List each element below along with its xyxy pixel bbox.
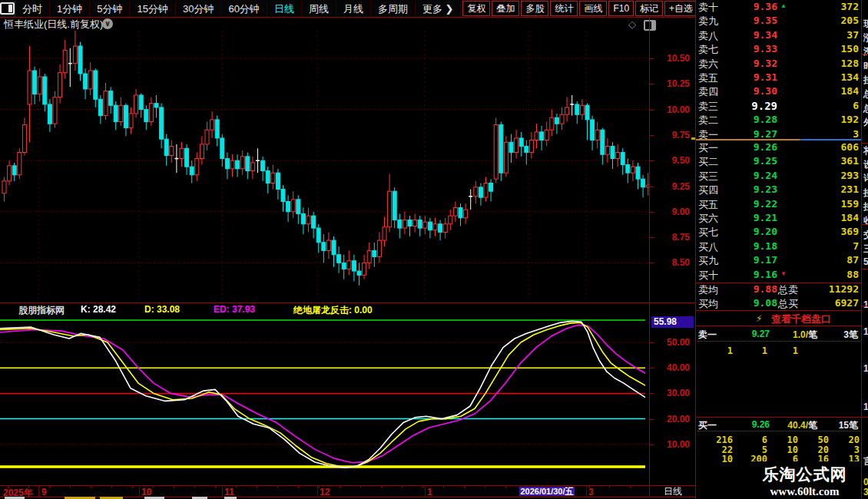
level-label: 买七 <box>698 226 718 240</box>
buy-level-row[interactable]: 买二9.25361 <box>696 155 863 169</box>
indicator-ed-value: ED: 37.93 <box>214 304 255 315</box>
level-volume: 134 <box>805 71 859 83</box>
candlestick-chart[interactable] <box>0 31 649 302</box>
buy-level-row[interactable]: 买三9.24293 <box>696 170 863 183</box>
sell-level-row[interactable]: 卖六9.32128 <box>696 58 863 71</box>
axis-tick <box>28 486 29 488</box>
axis-tick <box>70 486 71 488</box>
axis-tick <box>650 187 654 187</box>
sell-level-row[interactable]: 卖十9.36▲372 <box>696 1 863 15</box>
toolbar-button-标记[interactable]: 标记 <box>635 1 663 16</box>
buy-one-detail-row: 买一9.2640.4/笔15笔 <box>696 419 863 431</box>
buy-level-row[interactable]: 买六9.21184 <box>696 212 863 226</box>
period-tab-日线[interactable]: 日线 <box>267 1 302 17</box>
watermark-url: www.60lt.com <box>750 485 860 498</box>
level-label: 卖五 <box>698 71 718 85</box>
period-tab-15分钟[interactable]: 15分钟 <box>130 1 175 17</box>
buy-level-row[interactable]: 买四9.23231 <box>696 183 863 197</box>
axis-tick <box>650 110 654 111</box>
period-tab-1分钟[interactable]: 1分钟 <box>50 1 90 17</box>
buy-level-row[interactable]: 买八9.187 <box>696 240 863 254</box>
level-label: 卖六 <box>698 58 718 71</box>
axis-tick <box>402 486 403 488</box>
toolbar-button-统计[interactable]: 统计 <box>550 1 578 16</box>
price-axis-label: 8.75 <box>651 232 690 243</box>
queue-value: 1 <box>738 345 767 356</box>
indicator-axis-label: 20.00 <box>651 414 690 425</box>
axis-tick <box>650 368 654 368</box>
axis-month-label: 1 <box>427 487 432 497</box>
toolbar-button-+自选[interactable]: +自选 <box>664 1 697 16</box>
axis-tick <box>526 486 527 488</box>
buy-level-row[interactable]: 买一9.26606 <box>696 141 863 155</box>
bid-ask-divider-right <box>800 139 863 140</box>
axis-tick <box>650 237 654 238</box>
chevron-down-icon[interactable]: ∨ <box>102 18 113 29</box>
detail-per-order: 1.0/笔 <box>773 329 817 342</box>
level-price: 9.27 <box>727 128 777 140</box>
layout-toggle-button[interactable] <box>0 1 15 17</box>
level-price: 9.35 <box>727 15 777 26</box>
sell-level-row[interactable]: 卖二9.28192 <box>696 114 863 127</box>
clipped-char: 设 <box>863 158 868 171</box>
sell-level-row[interactable]: 卖五9.31134 <box>696 71 863 85</box>
clipped-char: 挂 <box>863 187 868 200</box>
indicator-chart[interactable] <box>0 315 649 485</box>
toolbar-button-F10[interactable]: F10 <box>608 1 634 16</box>
period-tab-30分钟[interactable]: 30分钟 <box>176 1 221 17</box>
level-label: 卖四 <box>698 85 718 99</box>
level-volume: 192 <box>805 114 859 125</box>
period-corner-label[interactable]: 日线 <box>649 486 696 497</box>
queue-value: 1 <box>769 345 798 356</box>
level-price: 9.20 <box>727 226 777 237</box>
buy-level-row[interactable]: 买五9.22159 <box>696 198 863 212</box>
bid-ask-divider-left <box>696 139 800 140</box>
period-tab-更多 ❯[interactable]: 更多 ❯ <box>416 1 462 17</box>
level-price: 9.31 <box>727 71 777 83</box>
toolbar-button-多股[interactable]: 多股 <box>521 1 548 16</box>
buy-level-row[interactable]: 买十9.16▼88 <box>696 269 863 283</box>
period-tab-月线[interactable]: 月线 <box>336 1 371 17</box>
level-price: 9.28 <box>727 114 777 125</box>
arrow-down-icon: ▼ <box>780 270 787 277</box>
average-row: 买均9.08总买6927 <box>696 297 863 311</box>
clipped-char: 总 <box>863 102 868 115</box>
clipped-border <box>862 143 868 144</box>
axis-tick <box>650 84 654 84</box>
axis-tick <box>257 486 257 488</box>
toolbar-button-复权[interactable]: 复权 <box>462 1 490 16</box>
sell-level-row[interactable]: 卖三9.296 <box>696 100 863 114</box>
sell-level-row[interactable]: 卖七9.33150 <box>696 43 863 57</box>
axis-tick <box>650 135 654 136</box>
axis-tick <box>298 486 299 488</box>
level-volume: 7 <box>805 240 859 252</box>
deep-quote-link[interactable]: 查看千档盘口 <box>771 312 831 326</box>
avg-label: 卖均 <box>698 283 718 297</box>
sell-level-row[interactable]: 卖四9.30184 <box>696 85 863 99</box>
sell-level-row[interactable]: 卖九9.35205 <box>696 15 863 28</box>
level-label: 卖三 <box>698 100 718 114</box>
buy-level-row[interactable]: 买九9.1787 <box>696 254 863 268</box>
toolbar-button-叠加[interactable]: 叠加 <box>492 1 519 16</box>
diamond-icon[interactable]: ◇ <box>628 18 636 30</box>
period-tab-周线[interactable]: 周线 <box>302 1 336 17</box>
axis-tick <box>650 444 654 445</box>
period-tab-60分钟[interactable]: 60分钟 <box>221 1 267 17</box>
deep-quote-row[interactable]: ⚡ 查看千档盘口 <box>696 312 863 326</box>
period-tab-多周期[interactable]: 多周期 <box>371 1 416 17</box>
axis-tick <box>568 486 568 488</box>
period-tab-5分钟[interactable]: 5分钟 <box>90 1 130 17</box>
level-label: 卖九 <box>698 15 718 28</box>
average-row: 卖均9.88总卖11292 <box>696 283 863 297</box>
sell-level-row[interactable]: 卖八9.3437 <box>696 29 863 43</box>
buy-level-row[interactable]: 买七9.20369 <box>696 226 863 240</box>
indicator-axis-tag: 55.98 <box>651 316 694 328</box>
axis-tick <box>422 486 423 488</box>
clipped-char: 1 <box>863 402 868 412</box>
axis-tick <box>650 212 654 213</box>
level-volume: 3 <box>805 128 859 140</box>
price-axis-label: 10.50 <box>651 53 690 64</box>
period-tab-分时[interactable]: 分时 <box>15 1 50 17</box>
toolbar-button-画线[interactable]: 画线 <box>579 1 607 16</box>
price-axis-label: 10.25 <box>651 78 690 89</box>
